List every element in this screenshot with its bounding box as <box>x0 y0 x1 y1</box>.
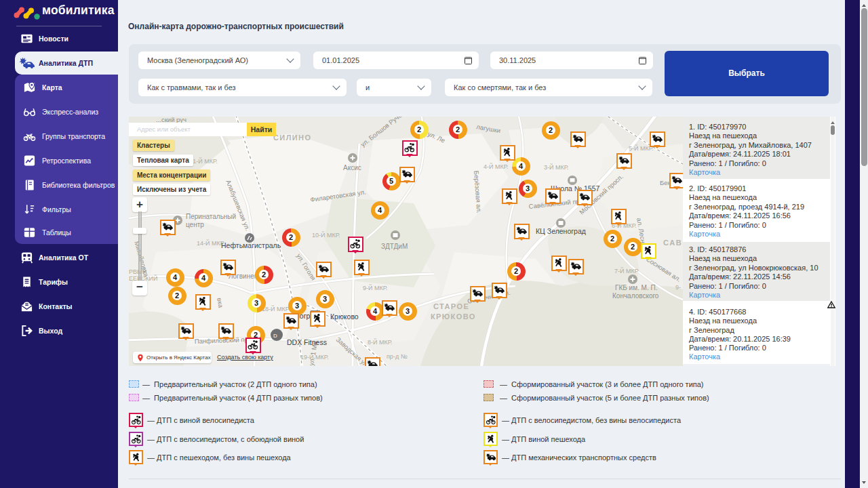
svg-text:СТАРОЕ: СТАРОЕ <box>433 302 469 310</box>
svg-text:Кончаловского: Кончаловского <box>612 292 659 300</box>
svg-text:18-Й МКР: 18-Й МКР <box>262 305 290 312</box>
svg-text:Аксис: Аксис <box>343 164 361 171</box>
svg-text:Крюково: Крюково <box>330 312 359 321</box>
svg-text:7-Й МКР: 7-Й МКР <box>614 267 639 274</box>
svg-text:СAВ: СAВ <box>663 239 682 247</box>
svg-text:КРЮКОВО: КРЮКОВО <box>431 312 476 321</box>
svg-text:11-Й МКР.: 11-Й МКР. <box>190 157 218 165</box>
svg-text:Перинатальный: Перинатальный <box>186 213 236 220</box>
svg-text:КЦ Зеленоград: КЦ Зеленоград <box>536 227 586 235</box>
svg-text:ГКБ им. М. П.: ГКБ им. М. П. <box>615 284 657 291</box>
svg-text:D: D <box>273 333 277 339</box>
svg-text:9-Й МКР.: 9-Й МКР. <box>363 284 388 291</box>
svg-text:СИЛИНО: СИЛИНО <box>273 134 311 142</box>
svg-text:Нефтьмагистраль: Нефтьмагистраль <box>221 241 281 249</box>
svg-text:ЗДТДиМ: ЗДТДиМ <box>381 243 408 250</box>
svg-text:10-Й МКР.: 10-Й МКР. <box>312 231 340 239</box>
svg-text:пр-д №: пр-д № <box>387 353 408 360</box>
svg-text:9-: 9- <box>675 284 681 291</box>
svg-text:центр: центр <box>186 221 204 228</box>
svg-text:8-Й МКР.: 8-Й МКР. <box>368 338 393 346</box>
svg-text:3-Й МКР.: 3-Й МКР. <box>544 163 569 171</box>
svg-text:DDX Fitness: DDX Fitness <box>287 338 327 346</box>
